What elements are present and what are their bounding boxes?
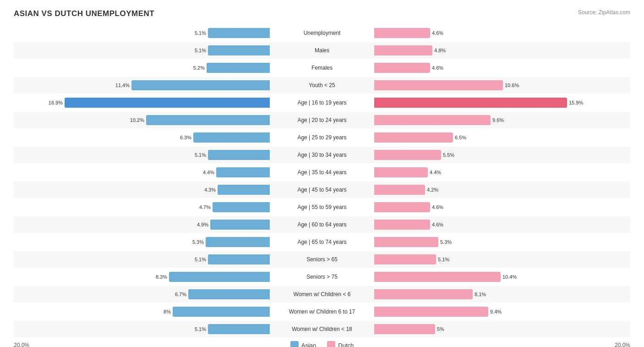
bar-right-area: 8.1% xyxy=(372,289,630,299)
row-label: Age | 35 to 44 years xyxy=(272,169,372,176)
row-label: Age | 20 to 24 years xyxy=(272,117,372,123)
bar-value-right: 9.4% xyxy=(490,309,502,314)
bar-value-left: 4.9% xyxy=(197,222,208,227)
bar-value-right: 8.1% xyxy=(475,292,486,297)
bar-right xyxy=(374,45,432,55)
chart-source: Source: ZipAtlas.com xyxy=(578,9,630,16)
bar-left-area: 5.1% xyxy=(14,45,272,55)
bar-right xyxy=(374,28,430,38)
bar-value-left: 8% xyxy=(164,309,171,314)
bar-right xyxy=(374,272,501,282)
bar-right-area: 5.3% xyxy=(372,237,630,247)
bar-left xyxy=(208,254,270,264)
bar-left xyxy=(208,150,270,160)
bar-right-area: 4.6% xyxy=(372,63,630,73)
bar-left xyxy=(206,237,270,247)
row-label: Males xyxy=(272,47,372,54)
bar-right-area: 15.9% xyxy=(372,98,630,108)
bar-right-area: 5.5% xyxy=(372,150,630,160)
bar-left-area: 5.2% xyxy=(14,63,272,73)
bar-value-right: 4.2% xyxy=(427,187,438,193)
bar-left-area: 5.1% xyxy=(14,150,272,160)
table-row: 11.4% Youth < 25 10.6% xyxy=(14,77,630,94)
bar-left-area: 8% xyxy=(14,307,272,317)
bar-left xyxy=(173,307,270,317)
table-row: 6.3% Age | 25 to 29 years 6.5% xyxy=(14,129,630,146)
table-row: 5.1% Age | 30 to 34 years 5.5% xyxy=(14,147,630,163)
bar-right-area: 4.2% xyxy=(372,185,630,195)
row-label: Seniors > 75 xyxy=(272,274,372,280)
bar-right xyxy=(374,254,436,264)
bar-left-area: 11.4% xyxy=(14,80,272,90)
chart-title: ASIAN VS DUTCH UNEMPLOYMENT xyxy=(14,9,154,18)
bar-right xyxy=(374,202,430,212)
bar-value-right: 4.6% xyxy=(432,204,443,210)
bar-value-left: 5.1% xyxy=(195,48,206,53)
bar-value-left: 5.1% xyxy=(195,152,206,158)
bar-value-left: 5.2% xyxy=(193,65,205,71)
table-row: 5.2% Females 4.6% xyxy=(14,60,630,76)
bar-value-left: 4.7% xyxy=(199,204,211,210)
bar-value-left: 5.1% xyxy=(195,30,206,36)
row-label: Unemployment xyxy=(272,30,372,36)
legend-item-dutch: Dutch xyxy=(327,341,354,347)
bar-right-area: 4.4% xyxy=(372,167,630,177)
bar-value-left: 4.3% xyxy=(204,187,216,193)
bar-left-area: 4.4% xyxy=(14,167,272,177)
bar-left-area: 5.3% xyxy=(14,237,272,247)
bar-left xyxy=(65,98,270,108)
row-label: Age | 16 to 19 years xyxy=(272,99,372,106)
bar-value-left: 16.9% xyxy=(49,100,63,105)
legend-item-asian: Asian xyxy=(290,341,317,347)
table-row: 5.1% Unemployment 4.6% xyxy=(14,25,630,41)
bar-right xyxy=(374,237,438,247)
bar-left xyxy=(131,80,270,90)
chart-container: ASIAN VS DUTCH UNEMPLOYMENT Source: ZipA… xyxy=(0,0,644,347)
legend-box-asian xyxy=(290,341,299,347)
bar-right-area: 5% xyxy=(372,324,630,334)
bar-value-right: 5% xyxy=(437,326,444,332)
legend-box-dutch xyxy=(327,341,335,347)
bar-right-area: 4.6% xyxy=(372,202,630,212)
row-label: Age | 55 to 59 years xyxy=(272,204,372,210)
bar-right xyxy=(374,63,430,73)
bar-right xyxy=(374,80,503,90)
row-label: Age | 45 to 54 years xyxy=(272,187,372,193)
table-row: 5.1% Women w/ Children < 18 5% xyxy=(14,321,630,337)
bar-value-left: 4.4% xyxy=(203,170,214,175)
bar-right xyxy=(374,98,567,108)
bar-left xyxy=(208,28,270,38)
table-row: 4.9% Age | 60 to 64 years 4.6% xyxy=(14,216,630,233)
row-label: Age | 65 to 74 years xyxy=(272,239,372,245)
bar-value-right: 10.4% xyxy=(502,274,517,280)
bar-left xyxy=(216,167,270,177)
bar-left-area: 10.2% xyxy=(14,115,272,125)
table-row: 10.2% Age | 20 to 24 years 9.6% xyxy=(14,112,630,128)
table-row: 8.3% Seniors > 75 10.4% xyxy=(14,269,630,285)
bar-right xyxy=(374,115,491,125)
bar-left-area: 6.7% xyxy=(14,289,272,299)
bar-right-area: 10.6% xyxy=(372,80,630,90)
bar-value-right: 10.6% xyxy=(505,83,519,88)
row-label: Age | 30 to 34 years xyxy=(272,152,372,158)
bar-left-area: 4.7% xyxy=(14,202,272,212)
bar-left xyxy=(213,202,270,212)
bar-value-left: 6.3% xyxy=(180,135,191,140)
bar-value-right: 15.9% xyxy=(569,100,583,105)
bar-right xyxy=(374,132,453,143)
bar-value-left: 6.7% xyxy=(175,292,186,297)
bar-left-area: 8.3% xyxy=(14,272,272,282)
bar-left xyxy=(188,289,270,299)
row-label: Age | 25 to 29 years xyxy=(272,134,372,141)
bar-left xyxy=(207,63,270,73)
bar-value-right: 5.3% xyxy=(440,239,452,245)
table-row: 8% Women w/ Children 6 to 17 9.4% xyxy=(14,303,630,320)
bar-right-area: 4.8% xyxy=(372,45,630,55)
bar-left-area: 6.3% xyxy=(14,132,272,143)
bar-right xyxy=(374,307,488,317)
bar-left xyxy=(169,272,270,282)
bar-right-area: 6.5% xyxy=(372,132,630,143)
row-label: Age | 60 to 64 years xyxy=(272,221,372,228)
bar-left xyxy=(208,324,270,334)
table-row: 5.1% Seniors > 65 5.1% xyxy=(14,251,630,268)
